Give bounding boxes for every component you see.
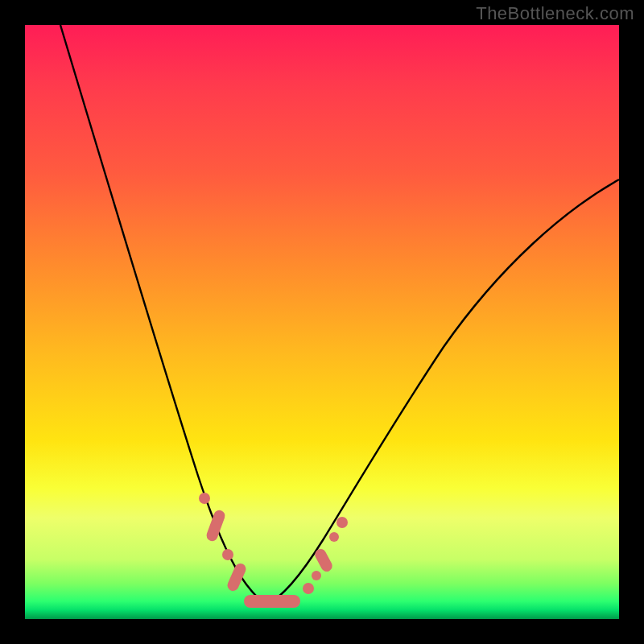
- curve-left-branch: [60, 25, 266, 605]
- svg-point-0: [199, 493, 210, 504]
- svg-rect-1: [205, 509, 227, 543]
- svg-rect-3: [225, 562, 247, 593]
- svg-point-6: [312, 571, 321, 580]
- plot-area: [25, 25, 619, 619]
- svg-point-5: [303, 583, 314, 594]
- svg-point-9: [336, 517, 348, 528]
- curve-right-branch: [266, 180, 619, 605]
- chart-frame: TheBottleneck.com: [0, 0, 644, 644]
- watermark-text: TheBottleneck.com: [476, 3, 634, 24]
- curve-layer: [25, 25, 619, 619]
- svg-rect-4: [244, 595, 300, 608]
- svg-point-8: [329, 532, 339, 542]
- svg-point-2: [222, 549, 233, 560]
- valley-marker-band: [199, 493, 348, 608]
